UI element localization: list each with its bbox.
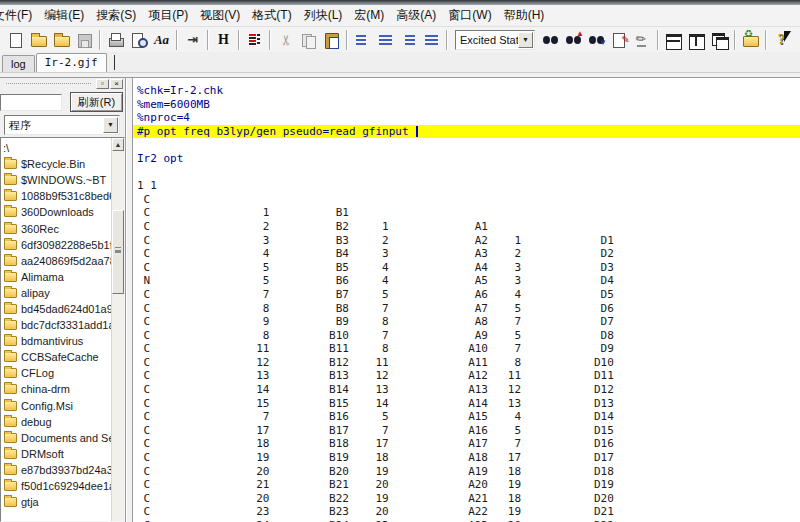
folder-item[interactable]: 360Downloads — [2, 204, 110, 220]
replace-icon[interactable] — [608, 29, 631, 51]
folder-item[interactable]: 1088b9f531c8bed62 — [2, 188, 110, 204]
panel-grip[interactable] — [6, 83, 91, 86]
zmatrix-line: C 8 B8 7 A7 5 D6 — [137, 302, 800, 316]
zmatrix-line: C 1 B1 — [137, 206, 800, 220]
folder-icon — [4, 449, 17, 459]
editor-area[interactable]: %chk=Ir-2.chk %mem=6000MB %nproc=4 #p op… — [133, 78, 800, 522]
paste-icon[interactable] — [320, 29, 343, 51]
tab-ir-2-gjf[interactable]: Ir-2.gjf — [36, 53, 107, 72]
folder-item[interactable]: gtja — [2, 494, 110, 510]
folder-item[interactable]: DRMsoft — [2, 446, 110, 462]
drive-dropdown[interactable]: 程序 ▼ — [4, 115, 120, 135]
align-left-icon[interactable] — [351, 29, 374, 51]
scrollbar[interactable]: ▲ — [111, 138, 124, 521]
folder-item[interactable]: $WINDOWS.~BT — [2, 172, 110, 188]
folder-icon — [4, 417, 17, 427]
zmatrix-line: C 20 B22 19 A21 18 D20 — [137, 492, 800, 506]
split-vertical-icon[interactable] — [685, 29, 708, 51]
folder-item[interactable]: 6df30982288e5b1fb — [2, 237, 110, 253]
find-in-files-icon[interactable] — [585, 29, 608, 51]
panel-splitter[interactable] — [125, 78, 133, 522]
toolbar-separator — [346, 30, 348, 50]
menu-item-2[interactable]: 编辑(E) — [38, 5, 90, 26]
folder-item[interactable]: Alimama — [2, 269, 110, 285]
cascade-windows-icon[interactable] — [708, 29, 731, 51]
panel-restore-icon[interactable]: ▫ — [96, 79, 109, 89]
context-help-icon[interactable]: ? — [793, 29, 800, 51]
folder-icon — [4, 481, 17, 491]
menu-item-6[interactable]: 格式(T) — [246, 5, 297, 26]
toolbar-separator — [734, 30, 736, 50]
find-next-icon[interactable] — [562, 29, 585, 51]
panel-titlebar: ▫ × — [0, 78, 125, 90]
new-file-icon[interactable] — [4, 29, 27, 51]
align-right-icon[interactable] — [397, 29, 420, 51]
folder-item[interactable]: CCBSafeCache — [2, 349, 110, 365]
editor-line — [137, 138, 800, 152]
folder-item[interactable]: CFLog — [2, 365, 110, 381]
zmatrix-line: C 18 B18 17 A17 7 D16 — [137, 437, 800, 451]
folder-item[interactable]: $Recycle.Bin — [2, 156, 110, 172]
wrap-convert-icon[interactable]: ⇥ — [181, 29, 204, 51]
environment-dropdown[interactable]: Excited State▼ — [455, 30, 535, 50]
menu-item-9[interactable]: 高级(A) — [390, 5, 442, 26]
chevron-down-icon[interactable]: ▼ — [103, 117, 118, 133]
folder-icon — [4, 368, 17, 378]
print-icon[interactable] — [104, 29, 127, 51]
route-line-highlighted: #p opt freq b3lyp/gen pseudo=read gfinpu… — [133, 125, 800, 139]
menu-item-5[interactable]: 视图(V) — [194, 5, 246, 26]
folder-item[interactable]: bdmantivirus — [2, 333, 110, 349]
hex-edit-icon[interactable]: H — [212, 29, 235, 51]
folder-item[interactable]: bd45dad624d01a91 — [2, 301, 110, 317]
menu-item-1[interactable]: 文件(F) — [0, 5, 38, 26]
split-horizontal-icon[interactable] — [662, 29, 685, 51]
align-center-icon[interactable] — [374, 29, 397, 51]
tab-log[interactable]: log — [2, 55, 35, 72]
menu-item-8[interactable]: 宏(M) — [348, 5, 390, 26]
route-text: #p opt freq b3lyp/gen pseudo=read gfinpu… — [137, 125, 415, 138]
zmatrix-line: C 13 B13 12 A12 11 D11 — [137, 369, 800, 383]
scrollbar-thumb[interactable] — [112, 210, 124, 294]
folder-item[interactable]: bdc7dcf3331add1a0 — [2, 317, 110, 333]
menu-item-3[interactable]: 搜索(S) — [90, 5, 142, 26]
filter-input[interactable] — [0, 94, 62, 111]
folder-item[interactable]: e87bd3937bd24a3d — [2, 462, 110, 478]
file-explorer-panel: ▫ × 刷新(R) 程序 ▼ ▲ :\$Recycle.Bin$WINDOWS.… — [0, 78, 125, 522]
menu-item-11[interactable]: 帮助(H) — [498, 5, 551, 26]
folder-up-icon[interactable] — [50, 29, 73, 51]
folder-icon — [4, 207, 17, 217]
folder-item[interactable]: alipay — [2, 285, 110, 301]
folder-item[interactable]: china-drm — [2, 381, 110, 397]
folder-item[interactable]: f50d1c69294dee1a6 — [2, 478, 110, 494]
print-preview-icon[interactable] — [127, 29, 150, 51]
folder-name: $WINDOWS.~BT — [21, 174, 106, 186]
sort-icon[interactable] — [243, 29, 266, 51]
zmatrix-line: C 14 B14 13 A13 12 D12 — [137, 383, 800, 397]
main-area: ▫ × 刷新(R) 程序 ▼ ▲ :\$Recycle.Bin$WINDOWS.… — [0, 78, 800, 522]
folder-item[interactable]: 360Rec — [2, 220, 110, 236]
folder-item[interactable]: aa240869f5d2aa784 — [2, 253, 110, 269]
recycle-icon[interactable] — [739, 29, 762, 51]
folder-list[interactable]: ▲ :\$Recycle.Bin$WINDOWS.~BT1088b9f531c8… — [0, 137, 125, 522]
refresh-button[interactable]: 刷新(R) — [70, 92, 123, 112]
folder-item[interactable]: Documents and Sett — [2, 430, 110, 446]
replace-in-files-icon[interactable] — [631, 29, 654, 51]
find-icon[interactable] — [539, 29, 562, 51]
folder-item[interactable]: debug — [2, 414, 110, 430]
zmatrix-line: C 2 B2 1 A1 — [137, 220, 800, 234]
align-justify-icon[interactable] — [420, 29, 443, 51]
menu-item-10[interactable]: 窗口(W) — [442, 5, 497, 26]
panel-close-icon[interactable]: × — [110, 79, 123, 89]
scroll-up-icon[interactable]: ▲ — [112, 138, 124, 151]
folder-name: 360Rec — [21, 223, 59, 235]
chevron-down-icon[interactable]: ▼ — [518, 32, 533, 48]
drive-root-item[interactable]: :\ — [2, 140, 110, 156]
folder-item[interactable]: Config.Msi — [2, 398, 110, 414]
font-icon[interactable]: Aa — [150, 29, 173, 51]
menu-item-7[interactable]: 列块(L) — [298, 5, 349, 26]
open-folder-icon[interactable] — [27, 29, 50, 51]
tab-edge-marker — [114, 55, 115, 70]
zmatrix-line: C 11 B11 8 A10 7 D9 — [137, 342, 800, 356]
folder-name: bdmantivirus — [21, 335, 83, 347]
menu-item-4[interactable]: 项目(P) — [142, 5, 194, 26]
